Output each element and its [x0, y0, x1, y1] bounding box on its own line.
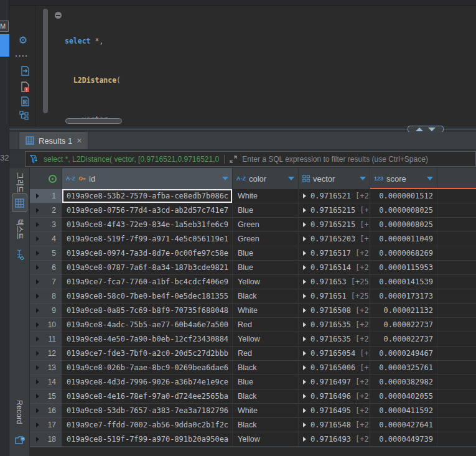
cell-score[interactable]: 0.000021132: [370, 304, 437, 318]
cell-score[interactable]: 0.000022737: [370, 332, 437, 347]
expand-vector-icon[interactable]: [303, 322, 306, 327]
tab-grid[interactable]: [12, 193, 27, 212]
cell-id[interactable]: 019a9ce8-0787-7a6f-8a34-187b3cde9821: [62, 261, 233, 275]
column-header-score[interactable]: 123 score: [370, 168, 437, 189]
cell-color[interactable]: Red: [233, 347, 299, 361]
expand-vector-icon[interactable]: [303, 379, 306, 384]
cell-score[interactable]: 0.000022737: [370, 318, 437, 332]
cell-id[interactable]: 019a9ce8-4e16-78ef-97a0-d724ee2565ba: [62, 389, 233, 404]
row-gutter[interactable]: 16: [30, 404, 62, 418]
cell-id[interactable]: 019a9ce8-0756-77d4-a3cd-ab2d57c741e7: [62, 203, 233, 218]
cell-color[interactable]: White: [233, 404, 299, 418]
cell-color[interactable]: Green: [233, 232, 299, 246]
more-options-icon[interactable]: ····: [16, 50, 27, 61]
cell-id[interactable]: 019a9ce8-519f-7f99-a971-4e5c056119e1: [62, 232, 233, 246]
expand-vector-icon[interactable]: [303, 351, 306, 356]
chevron-down-icon[interactable]: [360, 177, 366, 180]
row-gutter[interactable]: 7: [30, 275, 62, 289]
cell-vector[interactable]: 0.9716535 [+25: [299, 332, 370, 347]
row-gutter[interactable]: 8: [30, 289, 62, 304]
row-gutter[interactable]: 1: [30, 189, 62, 203]
expand-vector-icon[interactable]: [303, 408, 306, 413]
cell-score[interactable]: 0.0000173173: [370, 289, 437, 304]
tab-record-label[interactable]: Record: [15, 400, 24, 424]
cell-color[interactable]: Blue: [233, 246, 299, 261]
cell-vector[interactable]: 0.9716514 [+25: [299, 261, 370, 275]
cell-score[interactable]: 0.0000382982: [370, 375, 437, 389]
collapse-up-icon[interactable]: [416, 128, 423, 131]
cell-id[interactable]: 019a9ce8-53b2-7570-afba-ce8edb7b086c: [62, 189, 233, 203]
row-gutter[interactable]: 12: [30, 347, 62, 361]
editor-results-splitter[interactable]: [9, 126, 476, 132]
cell-id[interactable]: 019a9ce8-0a85-7c69-b8f9-70735f688048: [62, 304, 233, 318]
cell-score[interactable]: 0.0000115953: [370, 261, 437, 275]
expand-vector-icon[interactable]: [303, 236, 306, 241]
toolwindow-button-m[interactable]: M: [0, 21, 9, 32]
chevron-down-icon[interactable]: [427, 177, 433, 180]
close-icon[interactable]: ×: [77, 136, 82, 146]
cell-score[interactable]: 0.0000427641: [370, 418, 437, 432]
cell-vector[interactable]: 0.9716496 [+25: [299, 389, 370, 404]
tab-grid-label[interactable]: 그리드: [15, 172, 26, 193]
radio-target-icon[interactable]: [49, 175, 57, 183]
file-xlsx-icon[interactable]: [19, 96, 30, 107]
cell-score[interactable]: 0.0000068269: [370, 246, 437, 261]
cell-id[interactable]: 019a9ce8-4adc-75b5-ae77-60b4a6e7a500: [62, 318, 233, 332]
expand-vector-icon[interactable]: [303, 251, 306, 256]
cell-color[interactable]: Black: [233, 361, 299, 375]
row-gutter[interactable]: 15: [30, 389, 62, 404]
cell-id[interactable]: 019a9ce8-0974-7a3d-8d7e-0c00fe97c58e: [62, 246, 233, 261]
structure-tree-icon[interactable]: [19, 110, 30, 121]
cell-color[interactable]: Yellow: [233, 332, 299, 347]
row-gutter[interactable]: 14: [30, 375, 62, 389]
cell-color[interactable]: Black: [233, 418, 299, 432]
cell-id[interactable]: 019a9ce8-53db-7657-a383-7ea3a7182796: [62, 404, 233, 418]
cell-color[interactable]: Red: [233, 318, 299, 332]
row-gutter[interactable]: 17: [30, 418, 62, 432]
column-header-vector[interactable]: vector: [299, 168, 370, 189]
chevron-down-icon[interactable]: [222, 177, 228, 180]
tab-text-label[interactable]: 텍스트: [15, 219, 26, 240]
cell-id[interactable]: 019a9ce8-026b-7aae-8bc9-0269bea6dae6: [62, 361, 233, 375]
cell-score[interactable]: 0.0000402055: [370, 389, 437, 404]
row-gutter[interactable]: 10: [30, 318, 62, 332]
expand-vector-icon[interactable]: [303, 193, 306, 198]
cell-color[interactable]: Yellow: [233, 432, 299, 447]
cell-vector[interactable]: 0.971653 [+255: [299, 275, 370, 289]
cell-vector[interactable]: 0.97165215 [+2: [299, 203, 370, 218]
editor-horizontal-scrollbar[interactable]: [65, 118, 122, 124]
filter-input[interactable]: select *, L2Distance( vector, [0.9716521…: [25, 151, 476, 167]
cell-score[interactable]: 0.0000008025: [370, 218, 437, 232]
expand-vector-icon[interactable]: [303, 394, 306, 399]
cell-score[interactable]: 0.0000141539: [370, 275, 437, 289]
row-gutter[interactable]: 11: [30, 332, 62, 347]
cell-score[interactable]: 0.0000001512: [370, 189, 437, 203]
file-error-icon[interactable]: !: [19, 81, 30, 92]
cell-id[interactable]: 019a9ce8-58c0-7be0-be4f-0e5dec181355: [62, 289, 233, 304]
cell-id[interactable]: 019a9ce8-4d3d-7996-9026-a36b74e1e9ce: [62, 375, 233, 389]
active-toolwindow-indicator[interactable]: [0, 34, 9, 57]
cell-color[interactable]: Black: [233, 289, 299, 304]
expand-vector-icon[interactable]: [303, 308, 306, 313]
cell-color[interactable]: Blue: [233, 203, 299, 218]
tab-text[interactable]: [14, 248, 26, 261]
collapse-down-icon[interactable]: [428, 128, 436, 131]
row-gutter[interactable]: 13: [30, 361, 62, 375]
cell-score[interactable]: 0.0000008025: [370, 203, 437, 218]
cell-vector[interactable]: 0.97165054 [+2: [299, 347, 370, 361]
cell-color[interactable]: Yellow: [233, 275, 299, 289]
cell-vector[interactable]: 0.9716508 [+25: [299, 304, 370, 318]
row-gutter[interactable]: 4: [30, 232, 62, 246]
sql-editor[interactable]: ⚙ ···· ! select *, L2Distance( vector, […: [9, 0, 476, 126]
expand-vector-icon[interactable]: [303, 208, 306, 213]
gear-icon[interactable]: ⚙: [17, 34, 29, 45]
tab-results-1[interactable]: Results 1 ×: [19, 132, 88, 149]
cell-color[interactable]: Green: [233, 218, 299, 232]
expand-editor-icon[interactable]: [230, 156, 237, 163]
editor-vertical-scrollbar[interactable]: [43, 9, 48, 113]
cell-color[interactable]: White: [233, 189, 299, 203]
cell-score[interactable]: 0.0000011049: [370, 232, 437, 246]
cell-id[interactable]: 019a9ce8-4e50-7a90-b0eb-12cf23430884: [62, 332, 233, 347]
row-gutter[interactable]: 5: [30, 246, 62, 261]
row-gutter[interactable]: 9: [30, 304, 62, 318]
